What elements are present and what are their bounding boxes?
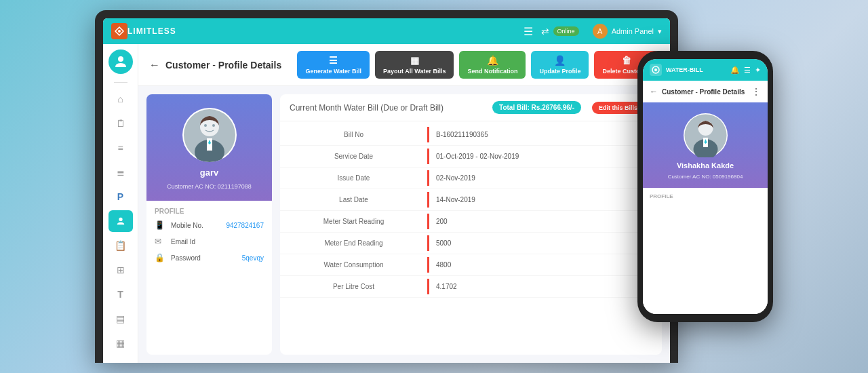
sidebar-item-home[interactable]: ⌂ <box>108 88 133 110</box>
sidebar-item-doc[interactable]: 🗒 <box>108 113 133 134</box>
bill-table: Bill No B-160211190365 Service Date 01-O… <box>280 121 662 355</box>
sidebar-item-users[interactable] <box>108 210 133 232</box>
bill-no-value: B-160211190365 <box>429 127 662 142</box>
issue-date-label: Issue Date <box>280 170 429 186</box>
mobile-icon: 📱 <box>155 220 165 230</box>
bill-row-issue-date: Issue Date 02-Nov-2019 <box>280 168 662 189</box>
page-title: Customer - Profile Details <box>165 60 281 71</box>
update-icon: 👤 <box>554 55 566 66</box>
last-date-value: 14-Nov-2019 <box>429 192 662 208</box>
phone-profile-avatar <box>684 113 728 157</box>
phone-section-title: Profile <box>650 193 761 199</box>
email-label: Email Id <box>171 238 264 246</box>
phone-menu-icon[interactable]: ☰ <box>744 66 751 75</box>
phone-screen: WATER-BILL 🔔 ☰ ✦ ← Customer - Profile De… <box>643 59 768 314</box>
sidebar-divider <box>114 82 127 83</box>
generate-water-bill-button[interactable]: ☰ Generate Water Bill <box>297 51 370 79</box>
svg-point-2 <box>119 218 122 221</box>
delete-icon: 🗑 <box>622 55 631 66</box>
last-date-label: Last Date <box>280 192 429 208</box>
mobile-value: 9427824167 <box>226 222 264 229</box>
svg-point-0 <box>118 30 121 33</box>
phone-profile-name: Vishakha Kakde <box>677 161 734 170</box>
meter-end-value: 5000 <box>429 235 662 251</box>
profile-panel: garv Customer AC NO: 0211197088 Profile … <box>146 94 272 355</box>
bill-row-meter-start: Meter Start Reading 200 <box>280 211 662 233</box>
bill-row-per-litre: Per Litre Cost 4.1702 <box>280 276 662 298</box>
laptop-device: LIMITLESS ☰ ⇄ Online A Admin Panel ▾ ⌂ 🗒… <box>95 10 678 363</box>
admin-avatar: A <box>593 24 608 39</box>
payout-icon: ▦ <box>410 55 419 66</box>
edit-bill-label: Edit this Bills <box>599 104 637 111</box>
admin-chevron: ▾ <box>658 27 662 36</box>
payout-all-bills-button[interactable]: ▦ Payout All Water Bills <box>375 51 454 79</box>
generate-label: Generate Water Bill <box>305 68 361 75</box>
update-label: Update Profile <box>539 68 580 75</box>
phone-page-header: ← Customer - Profile Details ⋮ <box>643 81 768 102</box>
action-buttons: ☰ Generate Water Bill ▦ Payout All Water… <box>297 51 659 79</box>
sidebar-item-list[interactable]: ≡ <box>108 137 133 159</box>
bill-row-consumption: Water Consumption 4800 <box>280 254 662 276</box>
bill-title: Current Month Water Bill (Due or Draft B… <box>290 103 443 113</box>
back-button[interactable]: ← <box>149 59 160 71</box>
sidebar-item-data[interactable]: ▤ <box>108 308 133 330</box>
bill-no-label: Bill No <box>280 127 429 142</box>
phone-topbar: WATER-BILL 🔔 ☰ ✦ <box>643 59 768 81</box>
bill-panel: Current Month Water Bill (Due or Draft B… <box>280 94 662 355</box>
content-area: ← Customer - Profile Details ☰ Generate … <box>138 44 670 363</box>
svg-point-1 <box>118 56 123 62</box>
service-date-value: 01-Oct-2019 - 02-Nov-2019 <box>429 149 662 164</box>
sidebar: ⌂ 🗒 ≡ ≣ P 📋 ⊞ T ▤ ▦ <box>103 44 138 363</box>
profile-hero: garv Customer AC NO: 0211197088 <box>146 94 272 201</box>
laptop-screen: LIMITLESS ☰ ⇄ Online A Admin Panel ▾ ⌂ 🗒… <box>103 18 670 363</box>
consumption-value: 4800 <box>429 257 662 273</box>
admin-menu[interactable]: A Admin Panel ▾ <box>593 24 662 39</box>
profile-name: garv <box>200 168 218 178</box>
send-notification-button[interactable]: 🔔 Send Notification <box>459 51 526 79</box>
phone-bell-icon[interactable]: 🔔 <box>730 66 740 75</box>
sidebar-item-more[interactable]: ▦ <box>108 332 133 354</box>
generate-icon: ☰ <box>329 55 338 66</box>
sidebar-item-grid[interactable]: ⊞ <box>108 259 133 281</box>
mobile-label: Mobile No. <box>171 222 220 229</box>
sidebar-item-list2[interactable]: ≣ <box>108 161 133 183</box>
update-profile-button[interactable]: 👤 Update Profile <box>531 51 589 79</box>
sidebar-item-text[interactable]: T <box>108 283 133 305</box>
svg-point-8 <box>204 124 207 127</box>
per-litre-value: 4.1702 <box>429 279 662 294</box>
mobile-field: 📱 Mobile No. 9427824167 <box>155 220 264 230</box>
payout-label: Payout All Water Bills <box>383 68 446 75</box>
phone-more-icon[interactable]: ⋮ <box>751 86 761 97</box>
bill-row-bill-no: Bill No B-160211190365 <box>280 124 662 146</box>
email-icon: ✉ <box>155 237 165 246</box>
bill-row-meter-end: Meter End Reading 5000 <box>280 233 662 254</box>
bill-total-badge: Total Bill: Rs.26766.96/- <box>492 101 581 114</box>
meter-end-label: Meter End Reading <box>280 235 429 251</box>
phone-logo-icon <box>650 64 662 76</box>
profile-avatar <box>182 108 237 162</box>
meter-start-value: 200 <box>429 214 662 229</box>
phone-profile-account-no: Customer AC NO: 0509196804 <box>668 174 743 180</box>
phone-page-title: Customer - Profile Details <box>662 88 745 96</box>
profile-section-title: Profile <box>155 208 264 215</box>
hamburger-icon[interactable]: ☰ <box>524 25 533 38</box>
sidebar-item-paypal[interactable]: P <box>108 186 133 208</box>
page-header: ← Customer - Profile Details ☰ Generate … <box>138 44 670 86</box>
phone-profile-hero: Vishakha Kakde Customer AC NO: 050919680… <box>643 102 768 188</box>
page-title-area: ← Customer - Profile Details <box>149 59 281 71</box>
logo-icon <box>111 23 127 39</box>
app-title: LIMITLESS <box>127 26 176 36</box>
phone-settings-icon[interactable]: ✦ <box>755 66 761 75</box>
meter-start-label: Meter Start Reading <box>280 214 429 229</box>
phone-back-button[interactable]: ← <box>650 87 658 96</box>
svg-point-11 <box>654 68 657 71</box>
svg-point-9 <box>212 124 215 127</box>
main-layout: ⌂ 🗒 ≡ ≣ P 📋 ⊞ T ▤ ▦ ← <box>103 44 670 363</box>
profile-account-no: Customer AC NO: 0211197088 <box>167 183 252 190</box>
online-badge: Online <box>553 26 579 36</box>
sidebar-item-report[interactable]: 📋 <box>108 235 133 256</box>
admin-label: Admin Panel <box>612 27 654 35</box>
email-field: ✉ Email Id <box>155 237 264 246</box>
notification-icon: 🔔 <box>487 55 498 66</box>
issue-date-value: 02-Nov-2019 <box>429 170 662 186</box>
